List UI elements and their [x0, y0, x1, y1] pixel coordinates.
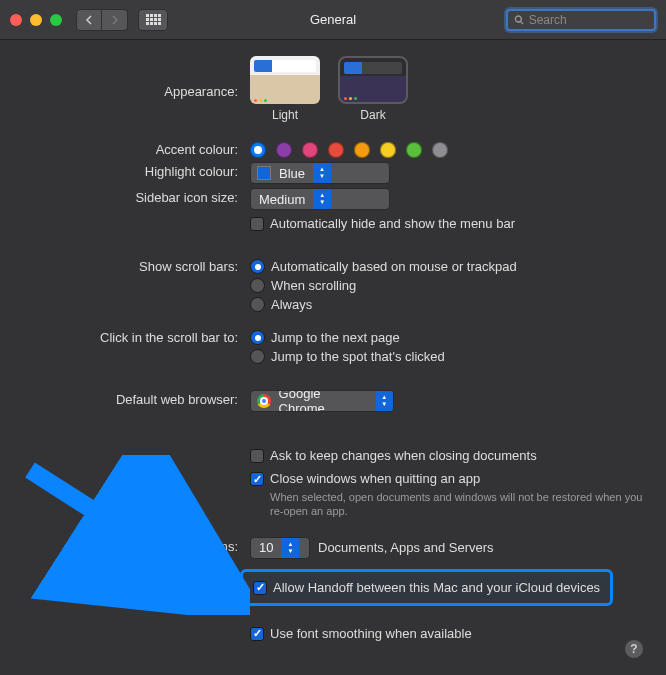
accent-swatch[interactable]: [354, 142, 370, 158]
close-window-button[interactable]: [10, 14, 22, 26]
font-smoothing-checkbox[interactable]: Use font smoothing when available: [250, 624, 646, 643]
window-title: General: [310, 12, 356, 27]
ask-keep-label: Ask to keep changes when closing documen…: [270, 448, 537, 463]
accent-swatch[interactable]: [276, 142, 292, 158]
zoom-window-button[interactable]: [50, 14, 62, 26]
click-scroll-group: Jump to the next pageJump to the spot th…: [250, 328, 646, 366]
chrome-icon: [257, 394, 271, 408]
appearance-light-label: Light: [250, 108, 320, 122]
click-scroll-option-label: Jump to the next page: [271, 330, 400, 345]
scrollbars-option-label: When scrolling: [271, 278, 356, 293]
search-input[interactable]: [529, 13, 648, 27]
accent-swatch[interactable]: [380, 142, 396, 158]
close-windows-checkbox[interactable]: Close windows when quitting an app: [250, 469, 646, 488]
click-scroll-option[interactable]: Jump to the next page: [250, 328, 646, 347]
recent-items-label: Recent items:: [20, 537, 250, 554]
minimize-window-button[interactable]: [30, 14, 42, 26]
appearance-dark-label: Dark: [338, 108, 408, 122]
appearance-light-option[interactable]: Light: [250, 56, 320, 122]
accent-swatch[interactable]: [328, 142, 344, 158]
close-windows-note: When selected, open documents and window…: [270, 490, 646, 519]
click-scroll-label: Click in the scroll bar to:: [20, 328, 250, 345]
default-browser-select[interactable]: Google Chrome: [250, 390, 394, 412]
scrollbars-option-label: Automatically based on mouse or trackpad: [271, 259, 517, 274]
recent-items-select[interactable]: 10: [250, 537, 310, 559]
radio-icon: [250, 259, 265, 274]
scrollbars-option[interactable]: Always: [250, 295, 646, 314]
sidebar-size-label: Sidebar icon size:: [20, 188, 250, 205]
allow-handoff-label: Allow Handoff between this Mac and your …: [273, 580, 600, 595]
checkbox-icon: [250, 472, 264, 486]
scrollbars-label: Show scroll bars:: [20, 257, 250, 274]
click-scroll-option-label: Jump to the spot that's clicked: [271, 349, 445, 364]
content-area: Appearance: Light Dark Accent colour: Hi…: [0, 40, 666, 673]
help-button[interactable]: ?: [624, 639, 644, 659]
accent-label: Accent colour:: [20, 140, 250, 157]
accent-swatch[interactable]: [302, 142, 318, 158]
accent-swatches: [250, 140, 646, 158]
forward-button[interactable]: [102, 9, 128, 31]
window-titlebar: General: [0, 0, 666, 40]
recent-items-suffix: Documents, Apps and Servers: [318, 540, 494, 555]
click-scroll-option[interactable]: Jump to the spot that's clicked: [250, 347, 646, 366]
recent-items-value: 10: [251, 540, 281, 555]
allow-handoff-checkbox[interactable]: Allow Handoff between this Mac and your …: [253, 578, 600, 597]
select-arrows-icon: [281, 538, 299, 558]
window-traffic-lights: [10, 14, 62, 26]
auto-hide-menu-checkbox[interactable]: Automatically hide and show the menu bar: [250, 214, 646, 233]
select-arrows-icon: [313, 163, 331, 183]
search-field[interactable]: [506, 9, 656, 31]
back-button[interactable]: [76, 9, 102, 31]
radio-icon: [250, 330, 265, 345]
close-windows-label: Close windows when quitting an app: [270, 471, 480, 486]
checkbox-icon: [250, 217, 264, 231]
highlight-colour-select[interactable]: Blue: [250, 162, 390, 184]
radio-icon: [250, 278, 265, 293]
highlight-swatch-icon: [257, 166, 271, 180]
select-arrows-icon: [376, 391, 393, 411]
highlight-box: Allow Handoff between this Mac and your …: [240, 569, 613, 606]
highlight-label: Highlight colour:: [20, 162, 250, 179]
scrollbars-group: Automatically based on mouse or trackpad…: [250, 257, 646, 314]
sidebar-size-value: Medium: [251, 192, 313, 207]
auto-hide-menu-label: Automatically hide and show the menu bar: [270, 216, 515, 231]
checkbox-icon: [250, 449, 264, 463]
radio-icon: [250, 297, 265, 312]
nav-buttons: [76, 9, 128, 31]
appearance-dark-option[interactable]: Dark: [338, 56, 408, 122]
checkbox-icon: [250, 627, 264, 641]
browser-label: Default web browser:: [20, 390, 250, 407]
show-all-button[interactable]: [138, 9, 168, 31]
sidebar-size-select[interactable]: Medium: [250, 188, 390, 210]
font-smoothing-label: Use font smoothing when available: [270, 626, 472, 641]
ask-keep-changes-checkbox[interactable]: Ask to keep changes when closing documen…: [250, 446, 646, 465]
accent-swatch[interactable]: [250, 142, 266, 158]
accent-swatch[interactable]: [406, 142, 422, 158]
select-arrows-icon: [313, 189, 331, 209]
scrollbars-option-label: Always: [271, 297, 312, 312]
appearance-label: Appearance:: [20, 82, 250, 99]
scrollbars-option[interactable]: When scrolling: [250, 276, 646, 295]
radio-icon: [250, 349, 265, 364]
scrollbars-option[interactable]: Automatically based on mouse or trackpad: [250, 257, 646, 276]
search-icon: [514, 14, 525, 26]
accent-swatch[interactable]: [432, 142, 448, 158]
highlight-value: Blue: [271, 166, 313, 181]
browser-value: Google Chrome: [271, 390, 376, 412]
checkbox-icon: [253, 581, 267, 595]
